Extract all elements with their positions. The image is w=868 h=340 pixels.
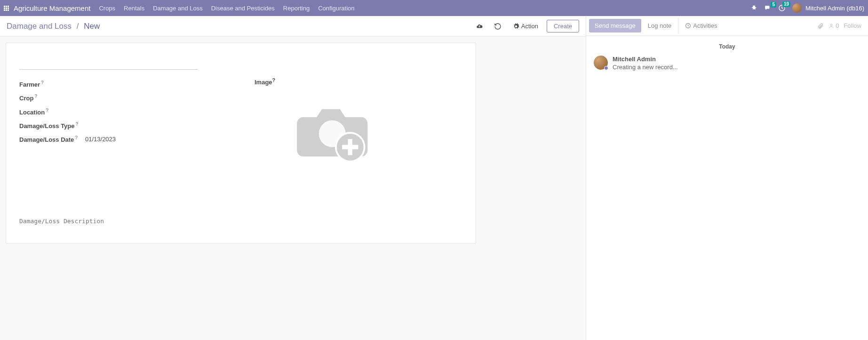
create-button[interactable]: Create <box>547 20 579 32</box>
cloud-save-icon[interactable] <box>472 21 486 32</box>
breadcrumb-current: New <box>84 22 100 31</box>
nav-item-crops[interactable]: Crops <box>99 5 115 12</box>
svg-rect-6 <box>342 145 358 150</box>
person-icon <box>828 23 834 29</box>
app-title[interactable]: Agriculture Management <box>14 4 90 12</box>
send-message-button[interactable]: Send message <box>589 19 641 32</box>
date-value[interactable]: 01/13/2023 <box>85 136 116 143</box>
discard-icon[interactable] <box>491 21 504 32</box>
nav-item-damage[interactable]: Damage and Loss <box>153 5 203 12</box>
date-label: Damage/Loss Date <box>19 137 74 144</box>
control-panel: Damage and Loss / New Action Create <box>0 16 586 37</box>
message-author: Mitchell Admin <box>613 56 678 63</box>
follow-button[interactable]: Follow <box>844 22 861 29</box>
farmer-label: Farmer <box>19 81 40 88</box>
attachment-icon[interactable] <box>817 23 824 29</box>
nav-menu: Crops Rentals Damage and Loss Disease an… <box>99 5 354 12</box>
user-name: Mitchell Admin (db16) <box>805 5 864 12</box>
message-text: Creating a new record... <box>613 64 678 71</box>
location-label: Location <box>19 109 45 116</box>
user-avatar <box>792 3 802 13</box>
description-input[interactable] <box>19 218 462 232</box>
nav-right: 5 19 Mitchell Admin (db16) <box>751 3 864 13</box>
action-label: Action <box>521 23 538 30</box>
nav-item-reporting[interactable]: Reporting <box>283 5 310 12</box>
breadcrumb-root[interactable]: Damage and Loss <box>7 22 72 31</box>
user-menu[interactable]: Mitchell Admin (db16) <box>792 3 864 13</box>
apps-icon[interactable] <box>4 6 9 11</box>
message: Mitchell Admin Creating a new record... <box>594 56 860 71</box>
followers-count[interactable]: 0 <box>828 22 839 29</box>
log-note-button[interactable]: Log note <box>641 17 678 34</box>
discuss-badge: 5 <box>771 2 776 8</box>
type-label: Damage/Loss Type <box>19 122 75 130</box>
presence-indicator <box>604 66 608 70</box>
activities-label: Activities <box>693 22 717 29</box>
clock-icon <box>685 23 691 29</box>
crop-label: Crop <box>19 95 33 102</box>
nav-item-rentals[interactable]: Rentals <box>124 5 144 12</box>
gear-icon <box>513 23 519 30</box>
activities-button[interactable]: Activities <box>678 17 724 34</box>
nav-item-disease[interactable]: Disease and Pesticides <box>211 5 275 12</box>
action-button[interactable]: Action <box>509 21 542 32</box>
day-separator: Today <box>594 43 860 50</box>
form-sheet: Farmer? Crop? Location? Damage/Loss <box>6 42 476 244</box>
nav-item-config[interactable]: Configuration <box>318 5 354 12</box>
name-input[interactable] <box>19 53 198 70</box>
image-upload[interactable] <box>283 90 386 175</box>
camera-plus-icon <box>290 93 379 173</box>
debug-icon[interactable] <box>751 5 757 11</box>
activity-badge: 19 <box>782 1 790 7</box>
chatter: Send message Log note Activities 0 Follo… <box>586 16 868 340</box>
svg-point-8 <box>830 24 832 26</box>
breadcrumb: Damage and Loss / New <box>7 22 100 31</box>
breadcrumb-sep: / <box>77 22 79 31</box>
activity-icon[interactable]: 19 <box>778 4 786 12</box>
image-label: Image <box>255 79 272 86</box>
followers-num: 0 <box>836 22 839 29</box>
discuss-icon[interactable]: 5 <box>764 5 772 11</box>
main-navbar: Agriculture Management Crops Rentals Dam… <box>0 0 868 16</box>
